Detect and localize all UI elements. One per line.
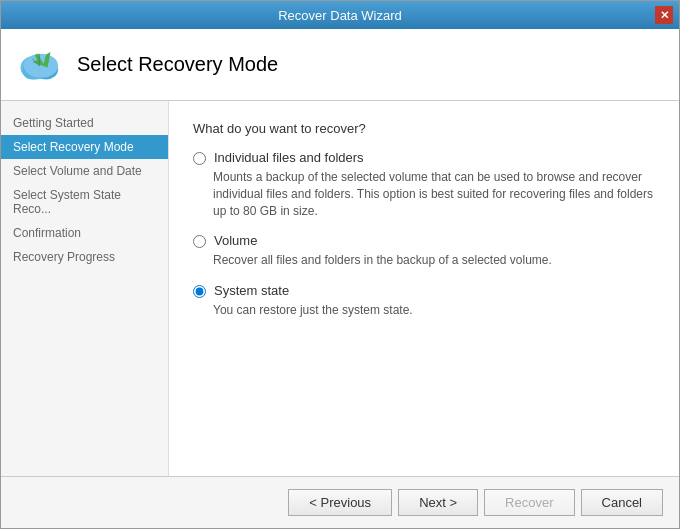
cloud-arrow-icon <box>17 45 65 85</box>
option-row: Individual files and folders <box>193 150 655 165</box>
wizard-icon <box>17 41 65 89</box>
option-description: Recover all files and folders in the bac… <box>213 252 655 269</box>
sidebar-item[interactable]: Getting Started <box>1 111 168 135</box>
option-group-opt-sysstate: System stateYou can restore just the sys… <box>193 283 655 319</box>
option-row: System state <box>193 283 655 298</box>
main-content: What do you want to recover? Individual … <box>169 101 679 476</box>
option-group-opt-volume: VolumeRecover all files and folders in t… <box>193 233 655 269</box>
main-window: Recover Data Wizard ✕ Select Recovery Mo… <box>0 0 680 529</box>
option-label[interactable]: Volume <box>214 233 257 248</box>
radio-opt-sysstate[interactable] <box>193 285 206 298</box>
close-button[interactable]: ✕ <box>655 6 673 24</box>
radio-opt-volume[interactable] <box>193 235 206 248</box>
window-title: Recover Data Wizard <box>25 8 655 23</box>
radio-opt-files[interactable] <box>193 152 206 165</box>
sidebar: Getting StartedSelect Recovery ModeSelec… <box>1 101 169 476</box>
content-area: Getting StartedSelect Recovery ModeSelec… <box>1 101 679 476</box>
wizard-header: Select Recovery Mode <box>1 29 679 101</box>
option-description: Mounts a backup of the selected volume t… <box>213 169 655 219</box>
cancel-button[interactable]: Cancel <box>581 489 663 516</box>
page-title: Select Recovery Mode <box>77 53 278 76</box>
sidebar-item[interactable]: Select System State Reco... <box>1 183 168 221</box>
option-group-opt-files: Individual files and foldersMounts a bac… <box>193 150 655 219</box>
recover-button[interactable]: Recover <box>484 489 574 516</box>
sidebar-item[interactable]: Recovery Progress <box>1 245 168 269</box>
footer: < Previous Next > Recover Cancel <box>1 476 679 528</box>
next-button[interactable]: Next > <box>398 489 478 516</box>
sidebar-item[interactable]: Confirmation <box>1 221 168 245</box>
question-label: What do you want to recover? <box>193 121 655 136</box>
svg-point-3 <box>24 53 58 77</box>
title-bar: Recover Data Wizard ✕ <box>1 1 679 29</box>
previous-button[interactable]: < Previous <box>288 489 392 516</box>
option-row: Volume <box>193 233 655 248</box>
option-label[interactable]: System state <box>214 283 289 298</box>
sidebar-item[interactable]: Select Volume and Date <box>1 159 168 183</box>
option-label[interactable]: Individual files and folders <box>214 150 364 165</box>
sidebar-item[interactable]: Select Recovery Mode <box>1 135 168 159</box>
option-description: You can restore just the system state. <box>213 302 655 319</box>
